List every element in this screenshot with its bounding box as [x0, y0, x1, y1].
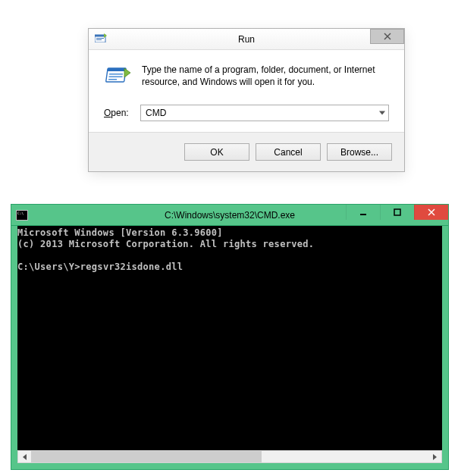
- open-combobox-value: CMD: [146, 108, 166, 118]
- run-titlebar[interactable]: Run: [89, 29, 404, 50]
- scroll-right-button[interactable]: [428, 451, 441, 462]
- terminal-line: (c) 2013 Microsoft Corporation. All righ…: [17, 239, 314, 249]
- svg-rect-11: [360, 214, 366, 215]
- terminal-line: Microsoft Windows [Version 6.3.9600]: [17, 227, 223, 238]
- scroll-left-button[interactable]: [18, 451, 31, 462]
- close-button[interactable]: [414, 205, 448, 220]
- run-footer: OK Cancel Browse...: [89, 132, 404, 171]
- open-label: Open:: [104, 108, 131, 118]
- svg-rect-7: [108, 68, 127, 71]
- scrollbar-track[interactable]: [31, 451, 428, 462]
- triangle-left-icon: [23, 454, 27, 460]
- ok-button[interactable]: OK: [184, 143, 249, 161]
- open-combobox[interactable]: CMD: [140, 105, 389, 121]
- horizontal-scrollbar[interactable]: [17, 450, 442, 463]
- svg-rect-8: [109, 74, 123, 75]
- run-dialog-icon: [104, 64, 131, 91]
- terminal-command: regsvr32isdone.dll: [80, 261, 183, 272]
- run-dialog: Run: [88, 28, 405, 172]
- cmd-terminal[interactable]: Microsoft Windows [Version 6.3.9600] (c)…: [17, 226, 442, 450]
- maximize-button[interactable]: [380, 205, 414, 220]
- svg-rect-12: [394, 209, 400, 215]
- cmd-titlebar[interactable]: C:\Windows\system32\CMD.exe: [11, 205, 448, 226]
- svg-rect-10: [108, 79, 117, 80]
- close-button[interactable]: [370, 29, 404, 44]
- svg-rect-9: [108, 77, 122, 78]
- run-body: Type the name of a program, folder, docu…: [89, 50, 404, 132]
- chevron-down-icon: [379, 111, 385, 115]
- window-controls: [346, 205, 448, 220]
- cancel-button[interactable]: Cancel: [256, 143, 321, 161]
- scrollbar-thumb[interactable]: [31, 451, 262, 462]
- triangle-right-icon: [433, 454, 437, 460]
- run-title: Run: [89, 34, 404, 45]
- minimize-button[interactable]: [346, 205, 380, 220]
- cmd-window: C:\Windows\system32\CMD.exe Microsoft Wi…: [11, 204, 449, 470]
- terminal-prompt: C:\Users\Y>: [17, 261, 80, 272]
- run-description: Type the name of a program, folder, docu…: [142, 64, 389, 88]
- browse-button[interactable]: Browse...: [327, 143, 392, 161]
